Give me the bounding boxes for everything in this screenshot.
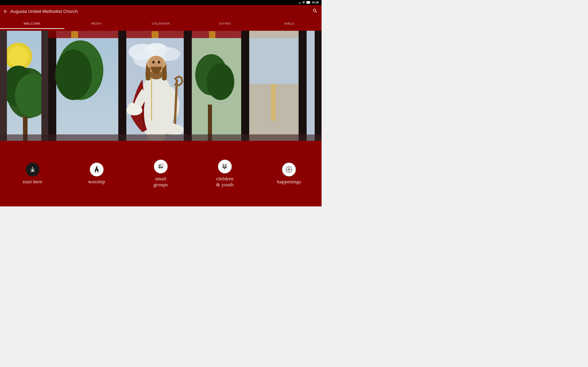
search-button[interactable] (312, 8, 318, 15)
svg-point-41 (128, 103, 136, 112)
tile-worship-label: worship (88, 179, 105, 185)
svg-rect-55 (249, 38, 299, 84)
svg-point-82 (224, 166, 225, 167)
tile-children-youth-label: children& youth (216, 176, 233, 188)
app-bar-left: ≡ Augusta United Methodist Church (4, 8, 78, 15)
tile-start-here[interactable]: start here (1, 142, 64, 206)
tab-welcome[interactable]: WELCOME (0, 18, 64, 29)
svg-point-51 (55, 50, 92, 100)
svg-rect-65 (96, 167, 97, 167)
svg-point-69 (159, 165, 161, 166)
hamburger-menu-icon[interactable]: ≡ (4, 8, 7, 15)
tile-children-youth[interactable]: children& youth (193, 142, 257, 206)
svg-point-47 (207, 63, 234, 100)
hero-image (0, 29, 321, 141)
svg-point-76 (163, 165, 163, 165)
tile-start-here-label: start here (23, 179, 42, 185)
tile-small-groups-label: smallgroups (154, 176, 168, 188)
signal-icon: ▲ (298, 1, 301, 4)
svg-rect-56 (0, 29, 321, 31)
svg-point-44 (166, 123, 176, 132)
tile-happenings-label: happenings (277, 179, 301, 185)
tab-calendar[interactable]: CALENDAR (129, 18, 193, 29)
svg-rect-15 (241, 29, 249, 141)
svg-point-74 (161, 165, 162, 165)
status-time: 10:26 (312, 1, 319, 4)
tab-media[interactable]: MEDIA (64, 18, 129, 29)
battery-icon (306, 1, 311, 4)
svg-rect-0 (307, 1, 310, 3)
app-bar: ≡ Augusta United Methodist Church (0, 5, 321, 18)
church-icon-circle (90, 163, 104, 176)
svg-point-39 (158, 61, 160, 64)
svg-rect-83 (224, 168, 225, 169)
svg-point-72 (161, 167, 163, 168)
tab-giving[interactable]: GIVING (193, 18, 257, 29)
svg-rect-67 (96, 171, 97, 172)
svg-rect-10 (0, 29, 7, 141)
svg-point-75 (162, 165, 162, 165)
svg-rect-1 (310, 2, 311, 3)
svg-rect-34 (147, 75, 165, 141)
wifi-icon (302, 1, 305, 4)
svg-rect-57 (0, 134, 321, 141)
status-bar: ▲ 10:26 (0, 0, 321, 5)
family-icon-circle (218, 160, 232, 173)
svg-point-80 (225, 164, 227, 166)
svg-point-5 (8, 46, 29, 67)
download-icon-circle (26, 163, 40, 176)
svg-rect-13 (118, 29, 126, 141)
add-circle-icon (282, 163, 296, 176)
app-title: Augusta United Methodist Church (10, 9, 78, 14)
svg-rect-11 (41, 29, 48, 141)
svg-rect-12 (48, 29, 56, 141)
svg-rect-17 (315, 29, 321, 141)
tile-happenings[interactable]: happenings (258, 142, 321, 206)
svg-rect-16 (299, 29, 307, 141)
status-bar-right: ▲ 10:26 (298, 1, 319, 4)
tiles-grid: start here worship (0, 141, 321, 206)
svg-point-78 (223, 164, 225, 166)
people-circle-icon (154, 160, 168, 173)
svg-rect-14 (184, 29, 192, 141)
svg-point-38 (152, 61, 155, 64)
tile-worship[interactable]: worship (65, 142, 128, 206)
tab-bible[interactable]: BIBLE (257, 18, 321, 29)
tile-small-groups[interactable]: smallgroups (129, 142, 192, 206)
nav-tabs: WELCOME MEDIA CALENDAR GIVING BIBLE (0, 18, 321, 29)
